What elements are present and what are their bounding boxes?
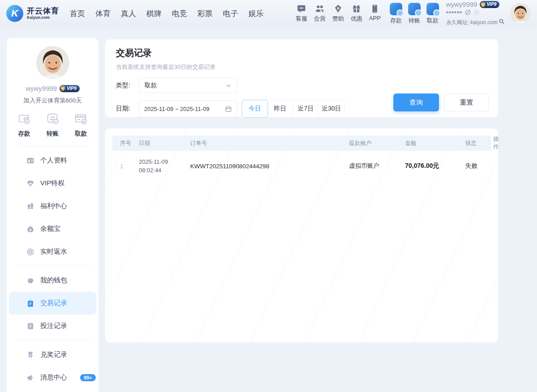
logo-subtitle: Kaiyun.com <box>27 15 59 20</box>
sidebar-transfer-button[interactable]: 转账 <box>46 112 60 138</box>
menu-label: 个人资料 <box>40 156 67 165</box>
sidebar-item-yuebao[interactable]: 余额宝 <box>7 217 98 240</box>
vip-gem-icon <box>26 179 34 187</box>
top-bar: K 开云体育 Kaiyun.com 首页 体育 真人 棋牌 电竞 彩票 电子 娱… <box>0 0 537 27</box>
avatar-photo <box>510 3 531 24</box>
quick-date-30days[interactable]: 近30日 <box>319 100 344 117</box>
sidebar-item-prizes[interactable]: 兑奖记录 <box>7 343 98 366</box>
logo-k-icon: K <box>6 5 23 22</box>
search-button[interactable]: 查询 <box>393 94 439 111</box>
nav-item-sports[interactable]: 体育 <box>95 9 111 19</box>
sidebar-username: wywy9999 <box>26 85 57 92</box>
nav-item-home[interactable]: 首页 <box>70 9 85 19</box>
sidebar-withdraw-button[interactable]: 取款 <box>74 112 88 138</box>
eye-off-icon[interactable] <box>465 9 471 18</box>
money-pouch-icon <box>26 225 34 233</box>
nav-item-chess[interactable]: 棋牌 <box>146 9 162 19</box>
sidebar-item-welfare[interactable]: 福利中心 <box>7 195 98 217</box>
deposit-card-icon <box>390 3 402 15</box>
sidebar-vip-label: VIP9 <box>67 86 77 91</box>
sidebar-transfer-label: 转账 <box>47 130 59 138</box>
promo-button[interactable]: 优惠 <box>351 4 362 23</box>
nav-item-slots[interactable]: 电子 <box>223 9 238 19</box>
nav-item-lottery[interactable]: 彩票 <box>197 9 213 19</box>
service-label: 客服 <box>296 15 307 23</box>
sponsor-label: 赞助 <box>332 15 344 23</box>
partner-label: 合营 <box>314 15 326 23</box>
deposit-button[interactable]: 存款 <box>390 3 402 25</box>
sidebar-item-transactions[interactable]: 交易记录 <box>9 292 96 315</box>
piggy-bank-icon <box>26 277 34 285</box>
rebate-target-icon <box>26 248 34 256</box>
sidebar-avatar[interactable] <box>36 46 69 79</box>
search-icon[interactable] <box>499 18 505 26</box>
page-subtitle: 当前系统支持查询最近30日的交易记录 <box>116 63 487 71</box>
nav-item-live[interactable]: 真人 <box>121 9 136 19</box>
date-label: 日期: <box>116 105 139 113</box>
row-datetime: 2025-11-09 08:02:44 <box>139 158 190 175</box>
sidebar-item-messages[interactable]: 消息中心 99+ <box>7 366 98 389</box>
sidebar-avatar-photo <box>36 46 69 79</box>
type-select-value: 取款 <box>145 81 157 89</box>
sidebar-item-profile[interactable]: 个人资料 <box>7 149 98 172</box>
nav-item-esports[interactable]: 电竞 <box>172 9 187 19</box>
sidebar-deposit-button[interactable]: 存款 <box>17 112 31 138</box>
avatar[interactable] <box>510 3 531 24</box>
quick-date-7days[interactable]: 近7日 <box>293 100 319 117</box>
withdraw-button[interactable]: 取款 <box>426 3 439 25</box>
phone-icon <box>370 4 379 13</box>
sidebar-quick-actions: 存款 转账 取款 <box>17 112 88 146</box>
menu-label: 交易记录 <box>40 299 67 307</box>
megaphone-icon <box>26 374 34 382</box>
col-index: 序号 <box>120 140 139 147</box>
bank-card-icon <box>74 112 88 127</box>
user-info: wywy9999 VIP9 ****** 永久网址: kaiyun.com <box>446 0 505 27</box>
diamond-badge-icon <box>333 4 343 13</box>
chat-icon <box>297 4 306 13</box>
col-date: 日期 <box>139 140 190 147</box>
service-button[interactable]: 客服 <box>296 4 307 23</box>
page-title: 交易记录 <box>116 47 487 59</box>
row-time: 08:02:44 <box>139 166 190 175</box>
joined-days: 加入开云体育第600天 <box>7 97 98 105</box>
sidebar-item-vip[interactable]: VIP特权 <box>7 172 98 195</box>
app-button[interactable]: APP <box>369 4 381 23</box>
transfer-card-icon <box>408 3 421 15</box>
sidebar-vip-badge: VIP9 <box>60 85 80 92</box>
transfer-button[interactable]: 转账 <box>408 3 421 25</box>
vip-shield-icon <box>480 2 486 8</box>
partner-button[interactable]: 合营 <box>314 4 326 23</box>
main-nav: 首页 体育 真人 棋牌 电竞 彩票 电子 娱乐 <box>70 9 264 19</box>
sponsor-button[interactable]: 赞助 <box>332 4 344 23</box>
quick-date-today[interactable]: 今日 <box>242 100 268 118</box>
row-amount: 70,076.00元 <box>405 162 465 170</box>
date-range-input[interactable]: 2025-11-09 ~ 2025-11-09 <box>139 100 237 117</box>
header-wallet-group: 存款 转账 取款 <box>390 3 439 25</box>
people-icon <box>315 4 324 13</box>
table-row: 1 2025-11-09 08:02:44 KWWT20251109080244… <box>112 153 491 179</box>
refresh-icon[interactable] <box>473 9 480 18</box>
nav-item-entertainment[interactable]: 娱乐 <box>248 9 264 19</box>
sidebar-item-wallet[interactable]: 我的钱包 <box>7 269 98 292</box>
vip-label: VIP9 <box>487 2 497 8</box>
sidebar-item-rebate[interactable]: 实时返水 <box>7 240 98 263</box>
date-range-value: 2025-11-09 ~ 2025-11-09 <box>144 106 209 112</box>
col-account: 提款账户 <box>349 140 405 147</box>
prize-medal-icon <box>26 351 34 359</box>
sidebar-item-bets[interactable]: 投注记录 <box>7 315 98 337</box>
unread-count-badge: 99+ <box>80 374 96 381</box>
welfare-icon <box>26 202 34 210</box>
quick-date-yesterday[interactable]: 昨日 <box>268 100 293 117</box>
records-table-card: 序号 日期 订单号 提款账户 金额 状态 操作 1 2025-11-09 08:… <box>105 128 498 342</box>
type-filter-row: 类型: 取款 <box>116 78 487 93</box>
type-select[interactable]: 取款 <box>139 78 237 93</box>
quick-date-group: 今日 昨日 近7日 近30日 <box>242 100 345 118</box>
col-order-no: 订单号 <box>190 140 349 147</box>
type-label: 类型: <box>116 81 139 89</box>
site-logo[interactable]: K 开云体育 Kaiyun.com <box>6 5 59 22</box>
transaction-records-icon <box>26 299 34 307</box>
menu-label: 消息中心 <box>40 373 67 382</box>
gift-icon <box>352 4 361 13</box>
reset-button[interactable]: 重置 <box>444 94 489 111</box>
withdraw-label: 取款 <box>427 17 439 25</box>
